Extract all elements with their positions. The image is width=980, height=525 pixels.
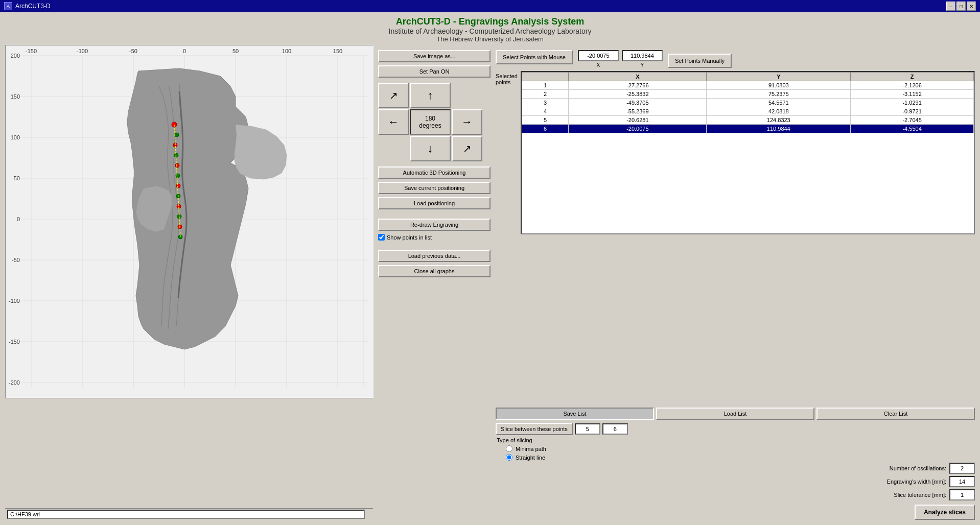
svg-text:100: 100 [11,134,20,140]
row-num: 5 [522,116,569,125]
show-points-row: Show points in list [378,234,491,241]
rotate-down-button[interactable]: ↓ [410,136,451,161]
status-bar [5,508,373,520]
straight-line-radio[interactable] [506,454,512,461]
x-coord-label: X [578,62,619,68]
right-panel: Select Points with Mouse -20.0075 110.98… [496,45,975,520]
app-icon: A [4,2,12,10]
table-row[interactable]: 2 -25.3832 75.2375 -3.1152 [522,90,973,99]
load-positioning-button[interactable]: Load positioning [378,197,491,209]
degree-value: 180 [425,115,435,122]
minimize-button[interactable]: – [946,2,955,11]
svg-text:200: 200 [11,53,20,59]
row-x: -27.2766 [569,81,707,90]
rotate-upper-left-button[interactable]: ↗ [378,83,409,108]
straight-line-label: Straight line [516,455,545,461]
slicing-type-label: Type of slicing [496,437,975,443]
svg-point-41 [175,163,179,168]
rotate-left-button[interactable]: ← [378,109,409,135]
minima-path-label: Minima path [516,446,546,452]
save-list-button[interactable]: Save List [496,408,654,420]
svg-text:0: 0 [183,48,186,54]
svg-point-38 [175,133,179,137]
svg-text:-150: -150 [9,339,20,345]
col-z-header: Z [851,73,974,81]
show-points-checkbox[interactable] [378,234,385,241]
rotate-lower-right-button[interactable]: ↗ [452,136,482,161]
oscillations-input[interactable] [949,463,975,474]
width-row: Engraving's width [mm]: [496,476,975,487]
slice-point1-input[interactable] [575,423,600,435]
row-z: -2.7045 [851,116,974,125]
slice-point2-input[interactable] [602,423,628,435]
minima-path-radio[interactable] [506,445,512,452]
load-previous-data-button[interactable]: Load previous data... [378,250,491,262]
coordinate-display: -20.0075 110.9844 X Y [578,50,663,68]
main-content: ArchCUT3-D - Engravings Analysis System … [0,12,980,525]
row-y: 75.2375 [707,90,851,99]
analyze-slices-button[interactable]: Analyze slices [915,505,975,520]
close-all-graphs-button[interactable]: Close all graphs [378,265,491,277]
width-input[interactable] [949,476,975,487]
row-x: -49.3705 [569,99,707,107]
row-x: -20.0075 [569,125,707,133]
row-y: 91.0803 [707,81,851,90]
rotate-right-button[interactable]: → [452,109,482,135]
row-z: -0.9721 [851,107,974,116]
svg-text:0: 0 [17,216,20,222]
y-coord-display: 110.9844 [622,50,663,61]
app-title-line1: ArchCUT3-D - Engravings Analysis System [0,16,980,27]
close-button[interactable]: ✕ [967,2,976,11]
row-y: 124.8323 [707,116,851,125]
title-bar-controls[interactable]: – □ ✕ [946,2,976,11]
app-title-line3: The Hebrew University of Jerusalem [0,35,980,43]
rotate-up-button[interactable]: ↑ [410,83,451,108]
row-z: -2.1206 [851,81,974,90]
set-pan-button[interactable]: Set Pan ON [378,65,491,78]
svg-text:-200: -200 [9,379,20,386]
row-z: -3.1152 [851,90,974,99]
middle-controls: Save image as... Set Pan ON ↗ ↑ ← 180 de… [378,45,491,520]
visualization-area: -150 -100 -50 0 50 100 150 200 150 100 5… [5,45,373,520]
row-num: 1 [522,81,569,90]
set-points-manually-button[interactable]: Set Points Manually [668,54,732,68]
title-bar: A ArchCUT3-D – □ ✕ [0,0,980,12]
clear-list-button[interactable]: Clear List [816,408,975,420]
table-row[interactable]: 3 -49.3705 54.5571 -1.0291 [522,99,973,107]
row-y: 54.5571 [707,99,851,107]
svg-text:50: 50 [232,48,239,54]
arrow-grid: ↗ ↑ ← 180 degrees → ↓ ↗ [378,83,491,161]
automatic-3d-button[interactable]: Automatic 3D Positioning [378,166,491,179]
save-positioning-button[interactable]: Save current positioning [378,182,491,194]
slice-between-button[interactable]: Slice between these points [496,423,573,435]
minima-path-row: Minima path [506,445,975,452]
table-row[interactable]: 4 -55.2369 42.0818 -0.9721 [522,107,973,116]
redraw-engraving-button[interactable]: Re-draw Engraving [378,219,491,231]
selected-label: Selected [496,73,518,79]
svg-point-42 [176,174,180,178]
points-table: X Y Z 1 -27.2766 91.0803 -2.1206 2 -25.3… [522,72,974,133]
app-title-line2: Institute of Archaeology - Computerized … [0,27,980,35]
row-z: -1.0291 [851,99,974,107]
svg-text:150: 150 [11,93,20,100]
save-image-button[interactable]: Save image as... [378,50,491,62]
coord-labels-row: X Y [578,62,663,68]
tolerance-input[interactable] [949,489,975,500]
table-row[interactable]: 6 -20.0075 110.9844 -4.5504 [522,125,973,133]
select-points-mouse-button[interactable]: Select Points with Mouse [496,50,573,64]
table-row[interactable]: 5 -20.6281 124.8323 -2.7045 [522,116,973,125]
oscillations-row: Number of oscillations: [496,463,975,474]
y-coord-label: Y [622,62,663,68]
slice-section: Slice between these points Type of slici… [496,423,975,520]
svg-point-43 [176,184,180,188]
show-points-label: Show points in list [387,234,432,241]
row-num: 4 [522,107,569,116]
load-list-button[interactable]: Load List [656,408,814,420]
file-path-input[interactable] [7,510,365,519]
table-row[interactable]: 1 -27.2766 91.0803 -2.1206 [522,81,973,90]
row-x: -55.2369 [569,107,707,116]
row-num: 3 [522,99,569,107]
row-num: 6 [522,125,569,133]
width-label: Engraving's width [mm]: [887,479,946,485]
maximize-button[interactable]: □ [956,2,966,11]
